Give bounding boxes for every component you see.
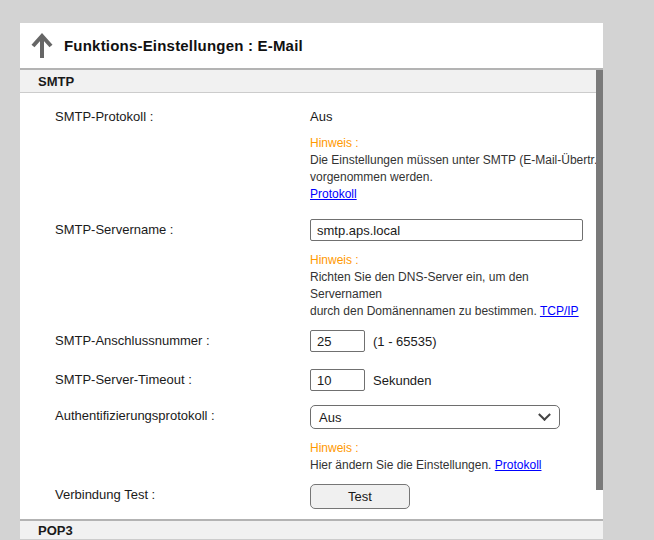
row-smtp-protocol: SMTP-Protokoll : Aus Hinweis : Die Einst… [55, 106, 603, 203]
page-header: Funktions-Einstellungen : E-Mail [20, 23, 603, 68]
section-header-pop3: POP3 [20, 519, 603, 540]
hint-title: Hinweis : [310, 135, 603, 152]
smtp-protocol-hint: Hinweis : Die Einstellungen müssen unter… [310, 135, 603, 203]
hint-text-line1: Richten Sie den DNS-Server ein, um den S… [310, 269, 603, 303]
auth-protocol-hint: Hinweis : Hier ändern Sie die Einstellun… [310, 440, 603, 474]
page-title: Funktions-Einstellungen : E-Mail [64, 37, 303, 54]
row-smtp-port: SMTP-Anschlussnummer : (1 - 65535) [55, 330, 603, 354]
hint-text-span: Hier ändern Sie die Einstellungen. [310, 458, 491, 472]
row-smtp-servername: SMTP-Servername : Hinweis : Richten Sie … [55, 219, 603, 320]
smtp-protocol-label: SMTP-Protokoll : [55, 106, 310, 124]
smtp-port-label: SMTP-Anschlussnummer : [55, 330, 310, 348]
tcpip-link[interactable]: TCP/IP [540, 304, 579, 318]
protocol-link[interactable]: Protokoll [310, 187, 357, 201]
smtp-timeout-unit: Sekunden [373, 369, 432, 393]
smtp-timeout-label: SMTP-Server-Timeout : [55, 369, 310, 387]
section-header-smtp: SMTP [20, 68, 603, 93]
connection-test-label: Verbindung Test : [55, 484, 310, 502]
auth-protocol-selected-value: Aus [319, 410, 341, 425]
smtp-servername-input[interactable] [310, 219, 583, 241]
section-title-pop3: POP3 [38, 523, 73, 538]
smtp-port-input[interactable] [310, 330, 365, 352]
smtp-settings-form: SMTP-Protokoll : Aus Hinweis : Die Einst… [20, 93, 603, 540]
back-arrow-icon[interactable] [30, 33, 54, 59]
row-smtp-timeout: SMTP-Server-Timeout : Sekunden [55, 369, 603, 393]
protocol-link-2[interactable]: Protokoll [495, 458, 542, 472]
hint-text-line2: vorgenommen werden. [310, 169, 603, 186]
hint-text-span: durch den Domänennamen zu bestimmen. [310, 304, 537, 318]
hint-text-line2: durch den Domänennamen zu bestimmen. TCP… [310, 303, 603, 320]
smtp-port-range: (1 - 65535) [373, 330, 437, 354]
hint-text-line1: Die Einstellungen müssen unter SMTP (E-M… [310, 152, 603, 169]
smtp-servername-label: SMTP-Servername : [55, 219, 310, 237]
test-button[interactable]: Test [310, 484, 410, 509]
chevron-down-icon [538, 408, 551, 421]
auth-protocol-label: Authentifizierungsprotokoll : [55, 405, 310, 423]
section-title-smtp: SMTP [38, 74, 74, 89]
smtp-protocol-value: Aus [310, 106, 603, 124]
hint-text: Hier ändern Sie die Einstellungen. Proto… [310, 457, 603, 474]
row-auth-protocol: Authentifizierungsprotokoll : Aus Hinwei… [55, 405, 603, 474]
auth-protocol-select[interactable]: Aus [310, 405, 560, 429]
settings-panel: Funktions-Einstellungen : E-Mail SMTP SM… [20, 23, 603, 540]
hint-title: Hinweis : [310, 252, 603, 269]
hint-title: Hinweis : [310, 440, 603, 457]
scrollbar-thumb[interactable] [596, 70, 603, 490]
smtp-servername-hint: Hinweis : Richten Sie den DNS-Server ein… [310, 252, 603, 320]
row-connection-test: Verbindung Test : Test [55, 484, 603, 509]
smtp-timeout-input[interactable] [310, 369, 365, 391]
